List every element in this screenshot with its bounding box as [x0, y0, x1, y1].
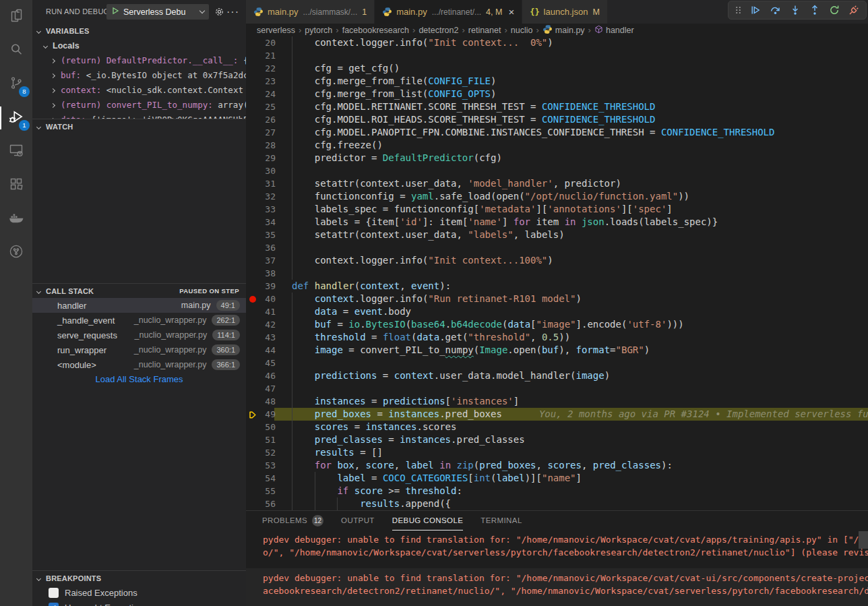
tab-main.py[interactable]: main.py.../retinanet/...4, M×: [375, 0, 522, 24]
breadcrumb-item-serverless[interactable]: serverless: [257, 26, 295, 35]
code-text: pred_boxes = instances.pred_boxesYou, 2 …: [292, 408, 868, 421]
stack-frame-row[interactable]: serve_requests_nuclio_wrapper.py114:1: [32, 328, 246, 342]
checkbox[interactable]: [49, 588, 59, 598]
breadcrumb-item-retinanet[interactable]: retinanet: [468, 26, 501, 35]
tab-status-badge: 4, M: [486, 7, 502, 17]
code-line: 40 context.logger.info("Run retinanet-R1…: [246, 293, 868, 305]
code-text: predictor = DefaultPredictor(cfg): [292, 152, 502, 164]
stack-frame-row[interactable]: run_wrapper_nuclio_wrapper.py360:1: [32, 342, 246, 357]
debug-step-out-button[interactable]: [809, 5, 820, 16]
activity-source-control[interactable]: 8: [0, 67, 32, 101]
variable-row[interactable]: (return) DefaultPredictor.__call__: {'in…: [32, 53, 246, 68]
variable-row[interactable]: (return) convert_PIL_to_numpy: array([[[…: [32, 98, 246, 113]
activity-remote-explorer[interactable]: [0, 135, 32, 169]
debug-step-over-button[interactable]: [770, 5, 781, 16]
breakpoints-list: Raised Exceptions✓Uncaught Exceptions: [32, 585, 246, 606]
variable-row[interactable]: data: {'image': 'iVBORw0KGgoAAAANSUhE…: [32, 113, 246, 119]
docker-icon: [7, 209, 25, 229]
call-stack-section-header[interactable]: CALL STACK PAUSED ON STEP: [32, 283, 246, 298]
frame-position-badge: 360:1: [212, 344, 240, 355]
debug-restart-button[interactable]: [829, 5, 840, 16]
code-editor[interactable]: 20 context.logger.info("Init context... …: [246, 36, 868, 510]
checkbox[interactable]: ✓: [49, 603, 59, 606]
breadcrumb-file[interactable]: main.py: [542, 24, 585, 36]
tab-description: .../retinanet/...: [432, 7, 481, 17]
problems-count-badge: 12: [312, 515, 323, 526]
breadcrumb-item-pytorch[interactable]: pytorch: [305, 26, 332, 35]
variable-name: context:: [61, 85, 106, 95]
gear-icon[interactable]: [214, 0, 224, 24]
breadcrumb-item-detectron2[interactable]: detectron2: [418, 26, 458, 35]
variables-scope-locals[interactable]: Locals: [32, 38, 246, 53]
tab-main.py[interactable]: main.py.../siammask/...1: [246, 0, 375, 24]
line-number: 27: [255, 126, 276, 139]
breakpoints-section-header[interactable]: BREAKPOINTS: [32, 570, 246, 585]
stack-frame-row[interactable]: <module>_nuclio_wrapper.py366:1: [32, 357, 246, 372]
frame-file-name: main.py: [181, 301, 211, 310]
panel-tab-problems[interactable]: PROBLEMS12: [262, 511, 323, 531]
code-line: 52 results = []: [246, 446, 868, 459]
activity-git-graph[interactable]: [0, 236, 32, 270]
panel-tab-debug-console[interactable]: DEBUG CONSOLE: [392, 511, 464, 531]
watch-section-header[interactable]: WATCH: [32, 119, 246, 133]
activity-docker[interactable]: [0, 202, 32, 236]
breakpoint-label: Uncaught Exceptions: [65, 603, 148, 606]
line-number: 47: [255, 382, 276, 395]
code-text: predictions = context.user_data.model_ha…: [292, 369, 610, 382]
debug-continue-button[interactable]: [750, 5, 761, 16]
load-all-stack-frames-link[interactable]: Load All Stack Frames: [32, 372, 246, 387]
panel-tab-terminal[interactable]: TERMINAL: [480, 511, 522, 531]
code-text: cfg.freeze(): [292, 139, 383, 152]
activity-extensions[interactable]: [0, 169, 32, 202]
code-line: 31 setattr(context.user_data, 'model_han…: [246, 177, 868, 190]
variable-value: <_io.BytesIO object at 0x7f5a2dc1ecc0>: [86, 70, 246, 80]
code-line: 43 threshold = float(data.get("threshold…: [246, 331, 868, 344]
breakpoint-row[interactable]: ✓Uncaught Exceptions: [32, 600, 246, 606]
line-number: 24: [255, 88, 276, 100]
activity-search[interactable]: [0, 34, 32, 67]
breadcrumb-item-nuclio[interactable]: nuclio: [511, 26, 533, 35]
variable-row[interactable]: context: <nuclio_sdk.context.Context obj…: [32, 83, 246, 98]
activity-explorer[interactable]: [0, 0, 32, 34]
frame-file-name: _nuclio_wrapper.py: [134, 345, 207, 355]
line-number: 23: [255, 75, 276, 88]
tab-description: .../siammask/...: [303, 7, 358, 17]
breakpoint-row[interactable]: Raised Exceptions: [32, 585, 246, 600]
more-actions-icon[interactable]: ···: [226, 0, 239, 24]
debug-disconnect-button[interactable]: [848, 5, 859, 16]
toolbar-drag-handle-icon: [735, 5, 741, 16]
close-icon[interactable]: ×: [508, 7, 514, 17]
console-message: pydev debugger: unable to find translati…: [246, 533, 868, 559]
launch-config-dropdown[interactable]: Serverless Debu: [106, 4, 209, 20]
activity-run-and-debug[interactable]: 1: [0, 101, 32, 135]
code-line: 41 data = event.body: [246, 305, 868, 318]
indent-guide: [292, 164, 292, 177]
console-message: pydev debugger: unable to find translati…: [246, 568, 868, 606]
breakpoint-label: Raised Exceptions: [65, 588, 137, 598]
frame-function-name: serve_requests: [57, 330, 117, 340]
panel-scrollbar-thumb[interactable]: [859, 531, 868, 549]
tab-launch.json[interactable]: {}launch.jsonM: [522, 0, 608, 24]
line-number: 33: [255, 203, 276, 216]
code-line: 51 pred_classes = instances.pred_classes: [246, 433, 868, 446]
console-line: pydev debugger: unable to find translati…: [263, 572, 868, 584]
variables-section-header[interactable]: VARIABLES: [32, 24, 246, 38]
line-number: 41: [255, 305, 276, 318]
watch-title: WATCH: [46, 123, 73, 131]
breadcrumb-separator: ›: [462, 25, 464, 35]
breadcrumb-symbol[interactable]: handler: [594, 25, 634, 36]
panel-tab-output[interactable]: OUTPUT: [341, 511, 375, 531]
debug-console-output: pydev debugger: unable to find translati…: [246, 531, 868, 606]
json-braces-icon: {}: [530, 7, 539, 17]
stack-frame-row[interactable]: handlermain.py49:1: [32, 298, 246, 313]
code-line: 29 predictor = DefaultPredictor(cfg): [246, 152, 868, 164]
frame-position-badge: 49:1: [216, 300, 240, 311]
breadcrumb-file-name: main.py: [555, 26, 585, 35]
variable-row[interactable]: buf: <_io.BytesIO object at 0x7f5a2dc1ec…: [32, 68, 246, 83]
stack-frame-row[interactable]: _handle_event_nuclio_wrapper.py262:1: [32, 313, 246, 328]
code-text: results.append({: [292, 497, 451, 510]
debug-step-into-button[interactable]: [790, 5, 801, 16]
run-debug-header: RUN AND DEBUG Serverless Debu ···: [32, 0, 246, 24]
variable-name: buf:: [61, 70, 86, 80]
breadcrumb-item-facebookresearch[interactable]: facebookresearch: [342, 26, 409, 35]
